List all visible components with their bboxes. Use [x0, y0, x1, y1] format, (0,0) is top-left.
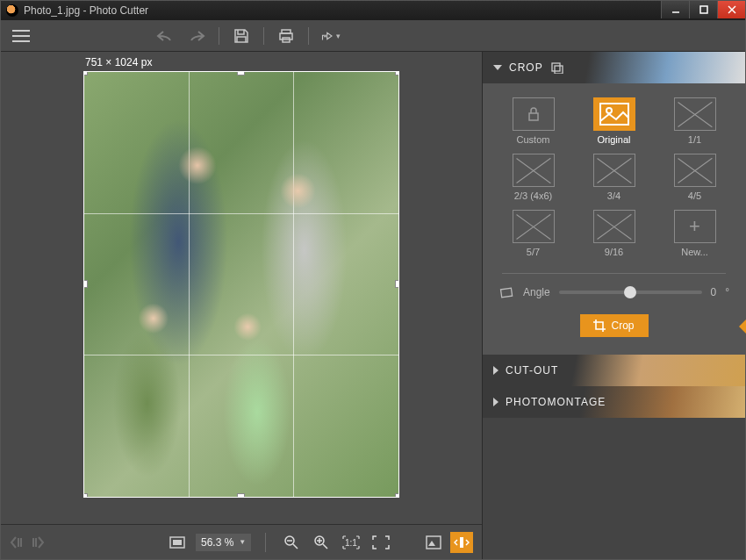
- svg-rect-32: [501, 288, 513, 298]
- ratio-icon: [513, 210, 555, 243]
- image-dimensions-label: 751 × 1024 px: [85, 56, 152, 68]
- crop-panel-body: CustomOriginal1/12/3 (4x6)3/44/55/79/16+…: [483, 83, 745, 355]
- zoom-out-button[interactable]: [280, 532, 303, 553]
- print-button[interactable]: [276, 26, 296, 46]
- svg-rect-1: [700, 6, 707, 13]
- undo-button[interactable]: [155, 26, 175, 46]
- ratio-label: 9/16: [605, 247, 623, 257]
- svg-line-17: [293, 544, 298, 549]
- angle-slider[interactable]: [559, 291, 702, 294]
- menu-button[interactable]: [10, 25, 32, 47]
- crop-button-label: Crop: [611, 319, 634, 332]
- cutout-panel-label: CUT-OUT: [506, 364, 558, 377]
- ratio-new-[interactable]: +New...: [663, 210, 728, 257]
- ratio-label: Custom: [517, 134, 550, 145]
- svg-rect-28: [555, 66, 563, 74]
- svg-rect-15: [173, 540, 182, 545]
- grid-line: [84, 213, 398, 214]
- svg-rect-11: [20, 538, 22, 547]
- svg-rect-27: [552, 63, 560, 71]
- photomontage-panel-label: PHOTOMONTAGE: [506, 396, 606, 408]
- ratio-label: 1/1: [688, 134, 701, 145]
- ratio-icon: [593, 97, 635, 131]
- ratio-label: New...: [681, 247, 708, 257]
- photomontage-panel-header[interactable]: PHOTOMONTAGE: [483, 386, 745, 418]
- bottom-bar: 56.3 %▼ 1:1: [1, 524, 482, 559]
- crop-panel-header[interactable]: CROP: [483, 52, 745, 83]
- angle-unit: °: [725, 286, 729, 298]
- crop-apply-button[interactable]: Crop: [580, 314, 649, 337]
- close-button[interactable]: [717, 1, 745, 18]
- ratio-label: 5/7: [527, 247, 540, 257]
- share-button[interactable]: ▾: [321, 26, 341, 46]
- prev-image-button[interactable]: [10, 535, 25, 550]
- compare-view-button[interactable]: [422, 532, 445, 553]
- crop-handle[interactable]: [83, 71, 88, 75]
- app-window: Photo_1.jpg - Photo Cutter ▾ 751 × 1024 …: [0, 0, 746, 560]
- actual-size-button[interactable]: 1:1: [340, 532, 362, 553]
- window-title: Photo_1.jpg - Photo Cutter: [24, 4, 148, 17]
- grid-line: [189, 72, 190, 497]
- ratio-1-1[interactable]: 1/1: [663, 97, 728, 145]
- crop-handle[interactable]: [395, 280, 399, 288]
- ratio-icon: +: [674, 210, 716, 243]
- svg-marker-25: [428, 541, 435, 546]
- side-panel: CROP CustomOriginal1/12/3 (4x6)3/44/55/7…: [482, 52, 745, 559]
- ratio-icon: [513, 154, 555, 187]
- grid-line: [84, 355, 398, 355]
- svg-rect-12: [32, 538, 34, 547]
- ratio-9-16[interactable]: 9/16: [582, 210, 647, 257]
- ratio-3-4[interactable]: 3/4: [582, 154, 647, 201]
- redo-button[interactable]: [187, 26, 206, 46]
- crop-handle[interactable]: [237, 71, 245, 75]
- ratio-5-7[interactable]: 5/7: [501, 210, 566, 257]
- separator: [219, 27, 219, 45]
- zoom-percent[interactable]: 56.3 %▼: [196, 534, 251, 551]
- zoom-in-button[interactable]: [310, 532, 333, 553]
- minimize-button[interactable]: [661, 1, 689, 18]
- maximize-button[interactable]: [689, 1, 717, 18]
- ratio-original[interactable]: Original: [582, 97, 647, 145]
- ratio-icon: [674, 97, 716, 131]
- crop-icon: [593, 319, 606, 332]
- separator: [265, 533, 266, 552]
- expand-panel-arrow-icon[interactable]: [739, 319, 746, 334]
- crop-icon: [550, 61, 564, 74]
- svg-point-31: [606, 108, 612, 113]
- crop-panel-label: CROP: [509, 61, 543, 74]
- fit-screen-button[interactable]: [166, 532, 189, 553]
- svg-rect-8: [280, 33, 292, 39]
- svg-text:1:1: 1:1: [345, 538, 357, 548]
- single-view-button[interactable]: [450, 532, 473, 553]
- ratio-icon: [674, 154, 716, 187]
- ratio-custom[interactable]: Custom: [501, 97, 566, 145]
- chevron-right-icon: [493, 366, 499, 375]
- save-button[interactable]: [232, 26, 251, 46]
- slider-thumb[interactable]: [624, 286, 636, 298]
- rotate-icon: [499, 286, 514, 298]
- ratio-2-3-4x6-[interactable]: 2/3 (4x6): [501, 154, 566, 201]
- ratio-icon: [593, 210, 635, 243]
- separator: [263, 27, 264, 45]
- divider: [502, 273, 726, 274]
- app-logo-icon: [6, 4, 18, 17]
- fullscreen-button[interactable]: [369, 532, 392, 553]
- crop-rectangle[interactable]: [83, 71, 399, 498]
- crop-handle[interactable]: [83, 280, 88, 288]
- chevron-down-icon: [493, 65, 502, 70]
- crop-handle[interactable]: [395, 493, 399, 498]
- ratio-icon: [513, 97, 555, 131]
- next-image-button[interactable]: [29, 535, 45, 550]
- crop-handle[interactable]: [237, 493, 245, 498]
- zoom-value: 56.3 %: [201, 536, 233, 549]
- crop-handle[interactable]: [83, 493, 88, 498]
- grid-line: [293, 72, 294, 497]
- crop-handle[interactable]: [395, 71, 399, 75]
- ratio-4-5[interactable]: 4/5: [663, 154, 728, 201]
- angle-value: 0: [711, 286, 717, 298]
- angle-label: Angle: [523, 286, 550, 298]
- cutout-panel-header[interactable]: CUT-OUT: [483, 355, 745, 386]
- svg-rect-13: [35, 538, 37, 547]
- titlebar: Photo_1.jpg - Photo Cutter: [1, 1, 745, 20]
- ratio-label: Original: [598, 134, 631, 145]
